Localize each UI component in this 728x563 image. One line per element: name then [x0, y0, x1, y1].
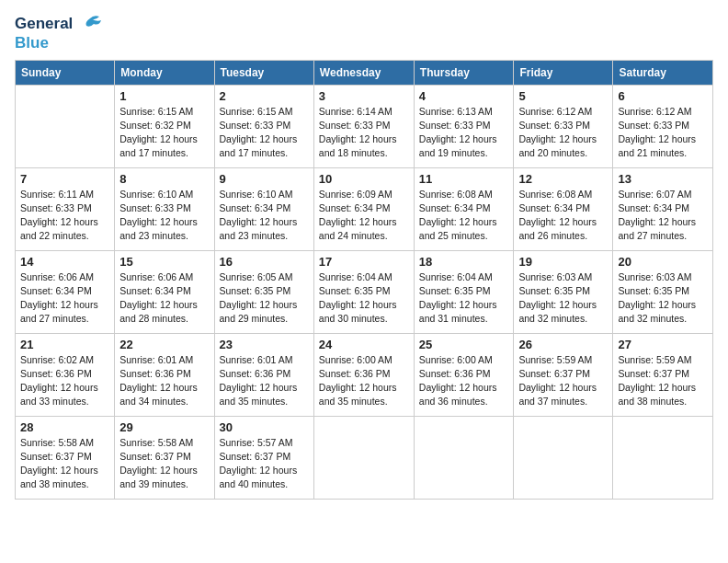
day-info: Sunrise: 6:04 AM Sunset: 6:35 PM Dayligh… [319, 270, 409, 327]
day-info: Sunrise: 6:11 AM Sunset: 6:33 PM Dayligh… [20, 188, 109, 244]
calendar-header-saturday: Saturday [613, 60, 713, 85]
day-info: Sunrise: 6:02 AM Sunset: 6:36 PM Dayligh… [20, 353, 109, 409]
calendar-cell: 9Sunrise: 6:10 AM Sunset: 6:34 PM Daylig… [214, 167, 313, 250]
day-info: Sunrise: 6:03 AM Sunset: 6:35 PM Dayligh… [518, 270, 608, 327]
calendar-cell: 10Sunrise: 6:09 AM Sunset: 6:34 PM Dayli… [313, 167, 414, 250]
calendar-header-row: SundayMondayTuesdayWednesdayThursdayFrid… [16, 60, 713, 85]
day-info: Sunrise: 5:57 AM Sunset: 6:37 PM Dayligh… [220, 436, 309, 492]
day-info: Sunrise: 6:10 AM Sunset: 6:34 PM Dayligh… [220, 188, 309, 244]
calendar-week-row: 21Sunrise: 6:02 AM Sunset: 6:36 PM Dayli… [16, 333, 713, 416]
day-info: Sunrise: 6:06 AM Sunset: 6:34 PM Dayligh… [20, 270, 109, 327]
day-info: Sunrise: 6:15 AM Sunset: 6:32 PM Dayligh… [119, 105, 209, 161]
day-number: 15 [119, 255, 209, 269]
calendar-cell: 12Sunrise: 6:08 AM Sunset: 6:34 PM Dayli… [514, 167, 613, 250]
calendar-cell: 4Sunrise: 6:13 AM Sunset: 6:33 PM Daylig… [414, 85, 514, 167]
calendar-header-friday: Friday [514, 60, 613, 85]
calendar-week-row: 1Sunrise: 6:15 AM Sunset: 6:32 PM Daylig… [16, 85, 713, 167]
calendar-week-row: 28Sunrise: 5:58 AM Sunset: 6:37 PM Dayli… [16, 416, 713, 499]
day-number: 27 [618, 338, 708, 351]
day-number: 21 [20, 338, 109, 351]
day-number: 23 [220, 338, 309, 351]
day-info: Sunrise: 6:01 AM Sunset: 6:36 PM Dayligh… [119, 353, 209, 409]
day-number: 11 [419, 172, 509, 186]
calendar-cell: 18Sunrise: 6:04 AM Sunset: 6:35 PM Dayli… [414, 250, 514, 333]
day-number: 28 [20, 420, 109, 434]
day-info: Sunrise: 5:58 AM Sunset: 6:37 PM Dayligh… [20, 436, 109, 492]
day-info: Sunrise: 6:03 AM Sunset: 6:35 PM Dayligh… [618, 270, 708, 327]
day-info: Sunrise: 6:12 AM Sunset: 6:33 PM Dayligh… [518, 105, 608, 161]
calendar-header-monday: Monday [115, 60, 214, 85]
day-number: 8 [119, 172, 209, 186]
day-info: Sunrise: 5:59 AM Sunset: 6:37 PM Dayligh… [618, 353, 708, 409]
calendar-header-tuesday: Tuesday [214, 60, 313, 85]
day-number: 29 [119, 420, 209, 434]
calendar-cell: 5Sunrise: 6:12 AM Sunset: 6:33 PM Daylig… [514, 85, 613, 167]
day-info: Sunrise: 6:10 AM Sunset: 6:33 PM Dayligh… [119, 188, 209, 244]
day-number: 7 [20, 172, 109, 186]
day-number: 25 [419, 338, 509, 351]
logo-line2: Blue [15, 35, 103, 52]
day-info: Sunrise: 6:12 AM Sunset: 6:33 PM Dayligh… [618, 105, 708, 161]
day-number: 9 [220, 172, 309, 186]
day-number: 4 [419, 89, 509, 103]
day-info: Sunrise: 6:08 AM Sunset: 6:34 PM Dayligh… [419, 188, 509, 244]
day-number: 19 [518, 255, 608, 269]
day-info: Sunrise: 6:00 AM Sunset: 6:36 PM Dayligh… [419, 353, 509, 409]
calendar-cell: 22Sunrise: 6:01 AM Sunset: 6:36 PM Dayli… [115, 333, 214, 416]
calendar-cell: 13Sunrise: 6:07 AM Sunset: 6:34 PM Dayli… [613, 167, 713, 250]
day-number: 20 [618, 255, 708, 269]
calendar-cell: 7Sunrise: 6:11 AM Sunset: 6:33 PM Daylig… [16, 167, 115, 250]
calendar-cell [514, 416, 613, 499]
day-number: 3 [319, 89, 409, 103]
day-number: 1 [119, 89, 209, 103]
day-number: 17 [319, 255, 409, 269]
calendar-cell: 1Sunrise: 6:15 AM Sunset: 6:32 PM Daylig… [115, 85, 214, 167]
day-number: 5 [518, 89, 608, 103]
calendar-cell: 14Sunrise: 6:06 AM Sunset: 6:34 PM Dayli… [16, 250, 115, 333]
calendar-header-sunday: Sunday [16, 60, 115, 85]
calendar-cell: 27Sunrise: 5:59 AM Sunset: 6:37 PM Dayli… [613, 333, 713, 416]
day-number: 16 [220, 255, 309, 269]
calendar-cell [16, 85, 115, 167]
calendar-cell: 28Sunrise: 5:58 AM Sunset: 6:37 PM Dayli… [16, 416, 115, 499]
day-info: Sunrise: 6:15 AM Sunset: 6:33 PM Dayligh… [220, 105, 309, 161]
calendar-header-thursday: Thursday [414, 60, 514, 85]
day-info: Sunrise: 6:14 AM Sunset: 6:33 PM Dayligh… [319, 105, 409, 161]
calendar-cell: 17Sunrise: 6:04 AM Sunset: 6:35 PM Dayli… [313, 250, 414, 333]
day-number: 18 [419, 255, 509, 269]
day-number: 14 [20, 255, 109, 269]
day-number: 10 [319, 172, 409, 186]
day-info: Sunrise: 6:08 AM Sunset: 6:34 PM Dayligh… [518, 188, 608, 244]
logo: General Blue [15, 15, 103, 52]
calendar-cell: 25Sunrise: 6:00 AM Sunset: 6:36 PM Dayli… [414, 333, 514, 416]
page-header: General Blue [15, 15, 713, 52]
calendar-cell: 16Sunrise: 6:05 AM Sunset: 6:35 PM Dayli… [214, 250, 313, 333]
calendar-cell: 26Sunrise: 5:59 AM Sunset: 6:37 PM Dayli… [514, 333, 613, 416]
calendar-cell [613, 416, 713, 499]
logo-line1: General [15, 15, 103, 35]
calendar-table: SundayMondayTuesdayWednesdayThursdayFrid… [15, 60, 713, 500]
calendar-cell: 20Sunrise: 6:03 AM Sunset: 6:35 PM Dayli… [613, 250, 713, 333]
calendar-cell: 29Sunrise: 5:58 AM Sunset: 6:37 PM Dayli… [115, 416, 214, 499]
day-info: Sunrise: 5:59 AM Sunset: 6:37 PM Dayligh… [518, 353, 608, 409]
day-number: 13 [618, 172, 708, 186]
calendar-week-row: 14Sunrise: 6:06 AM Sunset: 6:34 PM Dayli… [16, 250, 713, 333]
calendar-cell [414, 416, 514, 499]
calendar-cell: 2Sunrise: 6:15 AM Sunset: 6:33 PM Daylig… [214, 85, 313, 167]
day-info: Sunrise: 6:13 AM Sunset: 6:33 PM Dayligh… [419, 105, 509, 161]
calendar-header-wednesday: Wednesday [313, 60, 414, 85]
day-info: Sunrise: 5:58 AM Sunset: 6:37 PM Dayligh… [119, 436, 209, 492]
calendar-cell: 23Sunrise: 6:01 AM Sunset: 6:36 PM Dayli… [214, 333, 313, 416]
day-info: Sunrise: 6:05 AM Sunset: 6:35 PM Dayligh… [220, 270, 309, 327]
calendar-cell: 8Sunrise: 6:10 AM Sunset: 6:33 PM Daylig… [115, 167, 214, 250]
calendar-cell: 3Sunrise: 6:14 AM Sunset: 6:33 PM Daylig… [313, 85, 414, 167]
calendar-cell: 19Sunrise: 6:03 AM Sunset: 6:35 PM Dayli… [514, 250, 613, 333]
logo-bird-icon [77, 15, 103, 35]
calendar-cell: 11Sunrise: 6:08 AM Sunset: 6:34 PM Dayli… [414, 167, 514, 250]
day-number: 22 [119, 338, 209, 351]
day-number: 30 [220, 420, 309, 434]
calendar-cell: 6Sunrise: 6:12 AM Sunset: 6:33 PM Daylig… [613, 85, 713, 167]
day-info: Sunrise: 6:01 AM Sunset: 6:36 PM Dayligh… [220, 353, 309, 409]
day-number: 24 [319, 338, 409, 351]
calendar-cell: 15Sunrise: 6:06 AM Sunset: 6:34 PM Dayli… [115, 250, 214, 333]
